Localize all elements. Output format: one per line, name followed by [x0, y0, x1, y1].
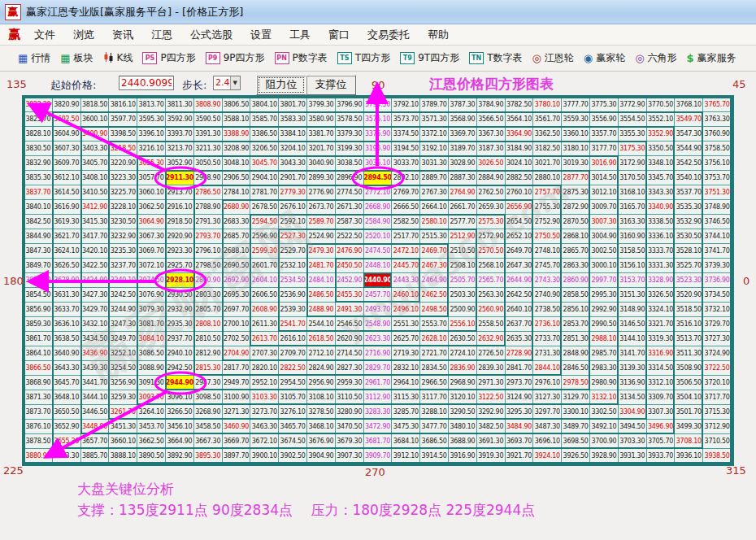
- grid-cell: 3403.30: [81, 142, 110, 156]
- toolbar-item[interactable]: ◎六角形: [635, 51, 676, 65]
- grid-cell: 3213.70: [166, 142, 194, 156]
- grid-cell: 3590.50: [194, 112, 223, 127]
- grid-cell: 3237.70: [109, 259, 137, 273]
- menu-item[interactable]: 浏览: [71, 26, 97, 44]
- support-button[interactable]: 支撑位: [306, 75, 356, 95]
- grid-cell: 3823.30: [24, 98, 53, 112]
- grid-cell: 3880.90: [24, 449, 53, 464]
- toolbar-item[interactable]: PSP四方形: [142, 51, 195, 65]
- grid-cell: 2527.30: [279, 229, 307, 244]
- grid-cell: 3684.10: [392, 434, 420, 449]
- key-level-cell: 2911.30: [166, 171, 194, 185]
- grid-cell: 2755.30: [533, 200, 562, 215]
- grid-cell: 3055.30: [137, 156, 166, 171]
- grid-cell: 3441.70: [81, 376, 110, 390]
- grid-cell: 3045.70: [250, 156, 279, 171]
- grid-cell: 2793.70: [194, 229, 223, 244]
- toolbar-item[interactable]: $赢家服务: [687, 51, 736, 65]
- menu-item[interactable]: 设置: [248, 26, 274, 44]
- menu-item[interactable]: 帮助: [425, 26, 451, 44]
- grid-cell: 3739.30: [703, 259, 732, 273]
- grid-cell: 3568.90: [449, 112, 477, 127]
- step-select[interactable]: 2.4 ▼: [213, 76, 241, 90]
- grid-cell: 2637.70: [506, 317, 534, 332]
- toolbar-item[interactable]: ◉赢家轮: [584, 51, 625, 65]
- grid-cell: 2486.50: [307, 288, 336, 303]
- grid-cell: 3763.30: [703, 112, 732, 127]
- grid-cell: 2858.50: [562, 288, 590, 303]
- grid-cell: 3547.30: [675, 127, 703, 142]
- toolbar-item[interactable]: ▦板块: [60, 51, 93, 65]
- grid-cell: 2553.70: [420, 317, 449, 332]
- grid-cell: 3172.90: [619, 156, 647, 171]
- chevron-down-icon[interactable]: ▼: [230, 76, 241, 89]
- grid-cell: 3888.10: [109, 449, 137, 464]
- grid-cell: 3760.90: [703, 127, 732, 142]
- toolbar-item[interactable]: K线: [103, 51, 133, 65]
- menu-item[interactable]: 工具: [287, 26, 313, 44]
- grid-cell: 2505.70: [449, 273, 477, 288]
- grid-cell: 2851.30: [562, 332, 590, 346]
- grid-cell: 3573.70: [392, 112, 420, 127]
- pn-badge-icon: PN: [275, 52, 289, 64]
- menu-item[interactable]: 江恩: [149, 26, 175, 44]
- toolbar-item[interactable]: T99T四方形: [400, 51, 459, 65]
- grid-cell: 3405.70: [81, 156, 110, 171]
- toolbar-item[interactable]: TST四方形: [337, 51, 390, 65]
- grid-cell: 3021.70: [533, 156, 562, 171]
- menu-item[interactable]: 窗口: [326, 26, 352, 44]
- grid-cell: 3484.90: [506, 420, 534, 434]
- grid-cell: 3463.30: [250, 420, 279, 434]
- start-price-label: 起始价格:: [50, 78, 96, 93]
- menu-item[interactable]: 交易委托: [365, 26, 412, 44]
- grid-cell: 3314.50: [647, 361, 676, 376]
- grid-cell: 2966.50: [420, 376, 449, 390]
- grid-cell: 2498.50: [420, 303, 449, 317]
- grid-cell: 2940.10: [166, 346, 194, 361]
- toolbar-item[interactable]: PNP数字表: [275, 51, 328, 65]
- grid-cell: 2815.30: [194, 361, 223, 376]
- start-price-input[interactable]: [119, 76, 174, 90]
- grid-cell: 3268.90: [194, 405, 223, 420]
- toolbar-item-label: 板块: [74, 51, 93, 65]
- grid-cell: 2865.70: [562, 244, 590, 259]
- grid-cell: 3024.10: [506, 156, 534, 171]
- grid-cell: 3388.90: [223, 127, 251, 142]
- grid-cell: 3081.70: [137, 317, 166, 332]
- grid-cell: 3146.50: [619, 317, 647, 332]
- grid-cell: 3578.50: [336, 112, 364, 127]
- grid-cell: 3775.30: [590, 98, 619, 112]
- grid-cell: 2810.50: [194, 332, 223, 346]
- resistance-button[interactable]: 阻力位: [256, 75, 306, 95]
- menu-item[interactable]: 文件: [32, 26, 58, 44]
- app-window: { "window": { "title": "赢家江恩专业版[赢家服务平台] …: [0, 0, 756, 540]
- grid-cell: 2611.30: [250, 317, 279, 332]
- grid-cell: 3420.10: [81, 244, 110, 259]
- grid-cell: 3386.50: [250, 127, 279, 142]
- grid-cell: 3722.50: [703, 361, 732, 376]
- toolbar-item[interactable]: ▦行情: [18, 51, 50, 65]
- grid-cell: 2875.30: [562, 185, 590, 200]
- grid-cell: 3808.90: [194, 98, 223, 112]
- grid-cell: 2784.10: [223, 185, 251, 200]
- toolbar-item[interactable]: TNT数字表: [469, 51, 522, 65]
- grid-cell: 2599.30: [250, 244, 279, 259]
- grid-cell: 3223.30: [109, 171, 137, 185]
- grid-cell: 3645.70: [53, 376, 81, 390]
- grid-cell: 3163.30: [619, 215, 647, 229]
- grid-cell: 3496.90: [647, 420, 676, 434]
- grid-cell: 2452.90: [336, 273, 364, 288]
- grid-cell: 2625.70: [392, 332, 420, 346]
- grid-cell: 3259.30: [109, 390, 137, 405]
- grid-cell: 3043.30: [279, 156, 307, 171]
- toolbar-item[interactable]: ◎江恩轮: [532, 51, 574, 65]
- menu-item[interactable]: 资讯: [110, 26, 136, 44]
- grid-cell: 3842.50: [24, 215, 53, 229]
- menu-item[interactable]: 公式选股: [188, 26, 235, 44]
- grid-cell: 3444.10: [81, 390, 110, 405]
- grid-cell: 3897.70: [223, 449, 251, 464]
- grid-cell: 3825.70: [24, 112, 53, 127]
- toolbar-item[interactable]: P99P四方形: [206, 51, 265, 65]
- grid-cell: 3885.70: [81, 449, 110, 464]
- grid-cell: 3784.90: [477, 98, 506, 112]
